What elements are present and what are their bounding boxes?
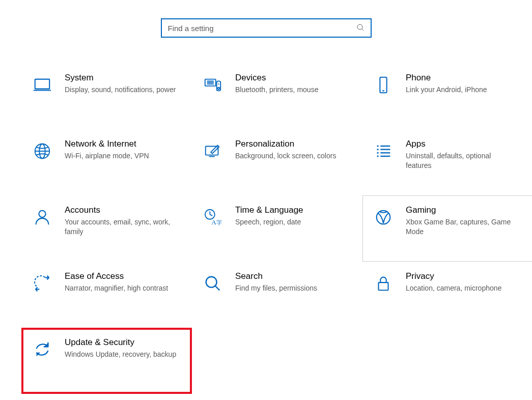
svg-rect-22 [377,156,379,157]
network-icon [31,140,53,162]
tile-search[interactable]: Search Find my files, permissions [192,262,362,328]
tile-system[interactable]: System Display, sound, notifications, po… [21,63,192,129]
tile-desc: Narrator, magnifier, high contrast [65,283,177,293]
tile-title: Update & Security [65,337,177,348]
tile-network[interactable]: Network & Internet Wi-Fi, airplane mode,… [21,129,192,195]
tile-update-security[interactable]: Update & Security Windows Update, recove… [21,328,192,394]
search-tile-icon [202,272,224,295]
tile-devices[interactable]: Devices Bluetooth, printers, mouse [192,63,362,129]
tile-accounts[interactable]: Accounts Your accounts, email, sync, wor… [21,195,192,262]
search-icon [356,23,365,33]
tile-title: Search [235,271,348,281]
tile-text: Network & Internet Wi-Fi, airplane mode,… [65,139,182,161]
tile-text: Privacy Location, camera, microphone [406,271,523,293]
search-container [0,0,532,63]
gaming-icon [372,206,395,228]
accounts-icon [31,206,53,228]
svg-point-27 [39,211,45,217]
system-icon [31,74,53,96]
tile-text: Gaming Xbox Game Bar, captures, Game Mod… [406,205,523,237]
svg-point-34 [206,277,217,288]
tile-desc: Bluetooth, printers, mouse [235,85,348,95]
tile-text: Apps Uninstall, defaults, optional featu… [406,139,523,170]
tile-title: Network & Internet [65,139,177,149]
tile-desc: Wi-Fi, airplane mode, VPN [65,151,177,161]
personalization-icon [202,140,224,162]
tile-text: Phone Link your Android, iPhone [406,73,523,95]
svg-point-11 [218,88,220,90]
svg-point-10 [218,83,219,84]
svg-rect-36 [379,282,388,290]
svg-rect-21 [377,152,379,154]
search-box[interactable] [161,18,372,38]
tile-title: Accounts [65,205,177,215]
tile-time-language[interactable]: A 字 Time & Language Speech, region, date [192,195,362,262]
svg-text:字: 字 [216,219,222,225]
tile-text: System Display, sound, notifications, po… [65,73,182,95]
tile-desc: Xbox Game Bar, captures, Game Mode [406,217,518,237]
tile-title: Apps [406,139,518,149]
svg-line-35 [215,286,220,291]
tile-desc: Link your Android, iPhone [406,85,518,95]
tile-text: Update & Security Windows Update, recove… [65,337,182,359]
tile-desc: Windows Update, recovery, backup [65,350,177,359]
svg-line-1 [358,25,362,29]
tile-desc: Find my files, permissions [235,283,348,293]
tile-gaming[interactable]: Gaming Xbox Game Bar, captures, Game Mod… [362,195,532,262]
tile-text: Time & Language Speech, region, date [235,205,353,227]
tile-text: Search Find my files, permissions [235,271,353,293]
tile-desc: Speech, region, date [235,217,348,227]
search-input[interactable] [168,24,356,33]
apps-icon [372,140,395,162]
tile-title: Ease of Access [65,271,177,281]
tile-title: Personalization [235,139,348,149]
svg-rect-3 [35,79,50,89]
tile-title: System [65,73,177,83]
tile-title: Privacy [406,271,518,281]
update-security-icon [31,338,53,361]
tile-text: Ease of Access Narrator, magnifier, high… [65,271,182,293]
tile-title: Time & Language [235,205,348,215]
svg-text:A: A [211,218,216,226]
devices-icon [202,74,224,96]
tile-ease-of-access[interactable]: Ease of Access Narrator, magnifier, high… [21,262,192,328]
tile-text: Accounts Your accounts, email, sync, wor… [65,205,182,237]
tile-desc: Display, sound, notifications, power [65,85,177,95]
time-language-icon: A 字 [202,206,224,228]
svg-rect-20 [377,149,379,150]
tile-desc: Location, camera, microphone [406,283,518,293]
tile-apps[interactable]: Apps Uninstall, defaults, optional featu… [362,129,532,195]
svg-rect-19 [377,146,379,147]
tile-text: Devices Bluetooth, printers, mouse [235,73,353,95]
tile-title: Phone [406,73,518,83]
tile-title: Gaming [406,205,518,215]
svg-line-2 [361,28,363,31]
tile-text: Personalization Background, lock screen,… [235,139,353,161]
phone-icon [372,74,395,96]
tile-desc: Uninstall, defaults, optional features [406,151,518,170]
tile-privacy[interactable]: Privacy Location, camera, microphone [362,262,532,328]
ease-of-access-icon [31,272,53,295]
svg-line-30 [210,214,212,216]
privacy-icon [372,272,395,295]
settings-grid: System Display, sound, notifications, po… [0,63,532,394]
tile-title: Devices [235,73,348,83]
tile-phone[interactable]: Phone Link your Android, iPhone [362,63,532,129]
tile-desc: Your accounts, email, sync, work, family [65,217,177,237]
tile-personalization[interactable]: Personalization Background, lock screen,… [192,129,362,195]
tile-desc: Background, lock screen, colors [235,151,348,161]
